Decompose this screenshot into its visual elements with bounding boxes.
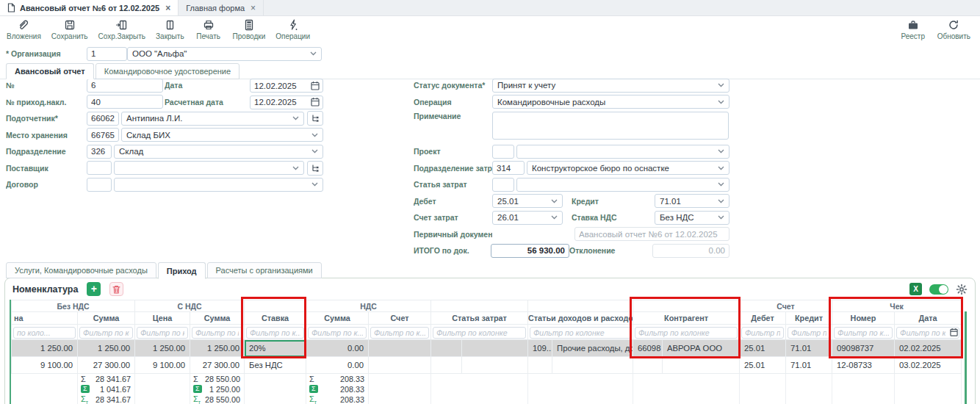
tab-income[interactable]: Приход [158,262,206,279]
filter-input[interactable] [308,327,367,339]
cell-price-vat[interactable]: 9 100.00 [135,357,190,374]
col-vat-account[interactable]: Счет [369,312,431,325]
cell-income-expense-code[interactable] [528,357,552,374]
cell-sum-vat[interactable]: 1 250.00 [190,340,245,357]
cell-counterparty-name[interactable] [663,357,740,374]
cost-department-code-input[interactable] [492,161,525,175]
storage-code-input[interactable] [87,128,119,142]
operation-combo[interactable]: Командировочные расходы [492,95,729,109]
print-button[interactable]: Печать [190,16,228,43]
filter-input[interactable] [79,327,133,339]
filter-input[interactable] [741,327,784,339]
operations-button[interactable]: Операции [270,16,315,43]
cell-vat-account[interactable] [369,340,431,357]
accountable-combo[interactable]: Антипина Л.И. [121,112,304,126]
filter-input[interactable] [834,327,893,339]
cell-income-expense-name[interactable] [552,357,633,374]
filter-input[interactable] [13,327,76,339]
status-combo[interactable]: Принят к учету [492,79,729,93]
cell-vat-sum[interactable]: 0.00 [306,340,369,357]
tab-settlements[interactable]: Расчеты с организациями [207,262,322,278]
cell-income-expense-code[interactable]: 109... [528,340,552,357]
col-price-truncated[interactable]: на [12,312,78,325]
accountable-code-input[interactable] [87,112,119,126]
calendar-icon[interactable] [950,328,958,336]
organization-combo[interactable]: ООО "Альфа" [127,47,322,61]
storage-combo[interactable]: Склад БИХ [121,128,323,142]
col-sum-vat[interactable]: Сумма [190,312,245,325]
cell-rate[interactable]: 20% [245,340,306,357]
cell-sum-vat[interactable]: 27 300.00 [190,357,245,374]
cell-income-expense-name[interactable]: Прочие расходы, дохо... [552,340,633,357]
department-code-input[interactable] [87,145,112,159]
filter-input[interactable] [788,327,830,339]
calendar-icon[interactable] [311,97,320,107]
cell-price-no-vat[interactable]: 9 100.00 [12,357,78,374]
refresh-button[interactable]: Обновить [932,16,976,43]
cell-debit[interactable]: 25.01 [740,357,786,374]
vertical-scrollbar[interactable] [965,311,967,404]
save-button[interactable]: Сохранить [46,16,93,43]
cell-cost-item-code[interactable] [431,340,462,357]
close-icon[interactable]: × [251,3,256,13]
close-icon[interactable]: × [165,3,170,13]
cell-credit[interactable]: 71.01 [786,340,832,357]
organization-code-input[interactable] [87,47,127,61]
cell-price-no-vat[interactable]: 1 250.00 [12,340,78,357]
postings-button[interactable]: Проводки [228,16,271,43]
cell-credit[interactable]: 71.01 [786,357,832,374]
cell-counterparty-name[interactable]: АВРОРА ООО [663,340,740,357]
invoice-number-input[interactable] [87,95,163,109]
filter-input[interactable] [635,327,738,339]
filter-input[interactable] [137,327,188,339]
project-combo[interactable] [516,145,729,159]
hierarchy-button[interactable] [307,111,323,126]
filter-input[interactable] [192,327,242,339]
contract-code-input[interactable] [87,178,112,192]
filter-input[interactable] [246,327,304,339]
excel-export-button[interactable]: X [909,283,922,295]
attachments-button[interactable]: Вложения [1,16,46,43]
cost-account-combo[interactable]: 26.01 [492,211,563,225]
cell-check-number[interactable]: 12-08733 [832,357,895,374]
contract-combo[interactable] [114,178,323,192]
cell-vat-account[interactable] [369,357,431,374]
debit-combo[interactable]: 25.01 [492,194,563,208]
department-combo[interactable]: Склад [114,145,323,159]
filter-input[interactable] [370,327,429,339]
col-cost-item[interactable]: Статья затрат [431,312,528,325]
credit-combo[interactable]: 71.01 [655,194,729,208]
close-button[interactable]: Закрыть [151,16,190,43]
calendar-icon[interactable] [311,81,320,90]
cell-counterparty-code[interactable] [633,357,663,374]
supplier-code-input[interactable] [87,161,112,175]
col-date[interactable]: Дата [895,312,962,325]
add-row-button[interactable]: + [87,282,101,296]
cell-counterparty-code[interactable]: 66098 [633,340,663,357]
col-income-expense[interactable]: Статьи доходов и расходов [528,312,633,325]
tab-advance-report[interactable]: Авансовый отчет №6 от 12.02.2025 × [0,0,179,15]
cost-department-combo[interactable]: Конструкторское бюро по оснастке [527,161,729,175]
cell-sum-no-vat[interactable]: 27 300.00 [78,357,135,374]
filter-input[interactable] [530,327,631,339]
note-textarea[interactable] [492,112,729,140]
save-close-button[interactable]: Сохр.Закрыть [93,16,151,43]
total-input[interactable] [491,244,569,258]
cell-cost-item-name[interactable] [462,340,528,357]
cell-sum-no-vat[interactable]: 1 250.00 [78,340,135,357]
col-number[interactable]: Номер [832,312,895,325]
registry-button[interactable]: Реестр [894,16,932,43]
col-vat-sum[interactable]: Сумма [306,312,369,325]
col-rate[interactable]: Ставка [245,312,306,325]
cell-debit[interactable]: 25.01 [740,340,786,357]
tab-main-form[interactable]: Главная форма × [179,0,264,15]
col-credit[interactable]: Кредит [786,312,832,325]
cell-cost-item-code[interactable] [431,357,462,374]
tab-advance-report-form[interactable]: Авансовый отчет [6,63,94,79]
supplier-combo[interactable] [114,161,304,175]
cell-check-number[interactable]: 09098737 [832,340,895,357]
hierarchy-button[interactable] [307,161,323,176]
table-row[interactable]: 9 100.00 27 300.00 9 100.00 27 300.00 Бе… [12,357,962,374]
cell-vat-sum[interactable]: 0.00 [306,357,369,374]
col-sum-no-vat[interactable]: Сумма [78,312,135,325]
